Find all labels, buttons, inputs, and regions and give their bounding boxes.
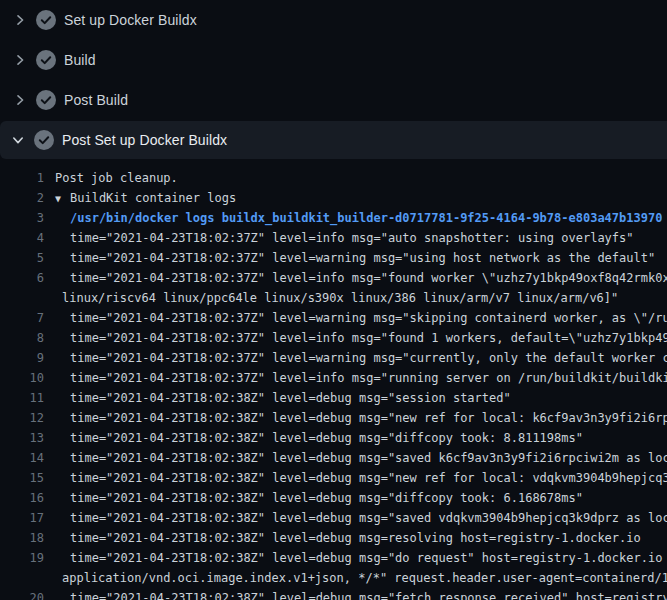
log-text: time="2021-04-23T18:02:37Z" level=warnin… [44, 248, 655, 268]
line-number[interactable]: 14 [0, 448, 44, 468]
log-line: 19 time="2021-04-23T18:02:38Z" level=deb… [0, 548, 667, 568]
check-circle-icon [36, 10, 56, 30]
line-number[interactable]: 8 [0, 328, 44, 348]
step-label: Set up Docker Buildx [64, 12, 197, 28]
log-text: Post job cleanup. [44, 168, 178, 188]
line-number[interactable]: 12 [0, 408, 44, 428]
step-label: Post Set up Docker Buildx [62, 132, 227, 148]
line-number[interactable]: 9 [0, 348, 44, 368]
line-number[interactable] [0, 568, 44, 588]
line-number[interactable]: 3 [0, 208, 44, 228]
check-circle-icon [34, 130, 54, 150]
log-line: 14 time="2021-04-23T18:02:38Z" level=deb… [0, 448, 667, 468]
line-number[interactable]: 17 [0, 508, 44, 528]
check-circle-icon [36, 50, 56, 70]
log-line: 8 time="2021-04-23T18:02:37Z" level=info… [0, 328, 667, 348]
log-line: 18 time="2021-04-23T18:02:38Z" level=deb… [0, 528, 667, 548]
log-line: 10 time="2021-04-23T18:02:37Z" level=inf… [0, 368, 667, 388]
log-line: 13 time="2021-04-23T18:02:38Z" level=deb… [0, 428, 667, 448]
workflow-job-log-panel: Set up Docker Buildx Build Post Build [0, 0, 667, 600]
log-text: linux/riscv64 linux/ppc64le linux/s390x … [44, 288, 618, 308]
log-line: application/vnd.oci.image.index.v1+json,… [0, 568, 667, 588]
log-text: time="2021-04-23T18:02:38Z" level=debug … [44, 548, 667, 568]
line-number[interactable]: 6 [0, 268, 44, 288]
step-label: Build [64, 52, 96, 68]
line-number[interactable]: 4 [0, 228, 44, 248]
log-text: time="2021-04-23T18:02:37Z" level=warnin… [44, 348, 667, 368]
log-text: time="2021-04-23T18:02:37Z" level=info m… [44, 368, 667, 388]
log-text: time="2021-04-23T18:02:38Z" level=debug … [44, 508, 667, 528]
line-number[interactable]: 1 [0, 168, 44, 188]
chevron-right-icon [14, 14, 26, 26]
command-text: /usr/bin/docker logs buildx_buildkit_bui… [44, 208, 662, 228]
log-line: 9 time="2021-04-23T18:02:37Z" level=warn… [0, 348, 667, 368]
log-line: linux/riscv64 linux/ppc64le linux/s390x … [0, 288, 667, 308]
step-row[interactable]: Set up Docker Buildx [0, 0, 667, 40]
log-text: time="2021-04-23T18:02:38Z" level=debug … [44, 448, 667, 468]
log-line: 12 time="2021-04-23T18:02:38Z" level=deb… [0, 408, 667, 428]
chevron-down-icon [12, 134, 24, 146]
log-line: 2 ▼BuildKit container logs [0, 188, 667, 208]
step-label: Post Build [64, 92, 128, 108]
line-number[interactable]: 7 [0, 308, 44, 328]
log-text: time="2021-04-23T18:02:38Z" level=debug … [44, 528, 641, 548]
log-text: time="2021-04-23T18:02:38Z" level=debug … [44, 588, 667, 600]
line-number[interactable]: 15 [0, 468, 44, 488]
log-text: time="2021-04-23T18:02:38Z" level=debug … [44, 388, 511, 408]
log-line: 20 time="2021-04-23T18:02:38Z" level=deb… [0, 588, 667, 600]
line-number[interactable] [0, 288, 44, 308]
line-number[interactable]: 19 [0, 548, 44, 568]
log-line: 5 time="2021-04-23T18:02:37Z" level=warn… [0, 248, 667, 268]
log-text: application/vnd.oci.image.index.v1+json,… [44, 568, 667, 588]
log-text: time="2021-04-23T18:02:37Z" level=warnin… [44, 308, 667, 328]
line-number[interactable]: 16 [0, 488, 44, 508]
log-line: 7 time="2021-04-23T18:02:37Z" level=warn… [0, 308, 667, 328]
log-text: time="2021-04-23T18:02:38Z" level=debug … [44, 488, 583, 508]
group-label: BuildKit container logs [70, 191, 236, 205]
log-line: 4 time="2021-04-23T18:02:37Z" level=info… [0, 228, 667, 248]
chevron-right-icon [14, 94, 26, 106]
log-line: 15 time="2021-04-23T18:02:38Z" level=deb… [0, 468, 667, 488]
log-text: time="2021-04-23T18:02:38Z" level=debug … [44, 408, 667, 428]
log-line: 16 time="2021-04-23T18:02:38Z" level=deb… [0, 488, 667, 508]
log-text: time="2021-04-23T18:02:38Z" level=debug … [44, 428, 583, 448]
line-number[interactable]: 18 [0, 528, 44, 548]
log-text: time="2021-04-23T18:02:37Z" level=info m… [44, 228, 634, 248]
log-line: 3 /usr/bin/docker logs buildx_buildkit_b… [0, 208, 667, 228]
line-number[interactable]: 11 [0, 388, 44, 408]
line-number[interactable]: 5 [0, 248, 44, 268]
log-text: time="2021-04-23T18:02:37Z" level=info m… [44, 268, 667, 288]
chevron-right-icon [14, 54, 26, 66]
log-text: time="2021-04-23T18:02:38Z" level=debug … [44, 468, 667, 488]
line-number[interactable]: 2 [0, 188, 44, 208]
log-line: 17 time="2021-04-23T18:02:38Z" level=deb… [0, 508, 667, 528]
line-number[interactable]: 13 [0, 428, 44, 448]
log-line: 1 Post job cleanup. [0, 168, 667, 188]
line-number[interactable]: 10 [0, 368, 44, 388]
steps-list: Set up Docker Buildx Build Post Build [0, 0, 667, 159]
group-caret-icon: ▼ [55, 189, 70, 208]
step-row[interactable]: Post Build [0, 80, 667, 120]
log-group-toggle[interactable]: ▼BuildKit container logs [44, 188, 236, 208]
log-text: time="2021-04-23T18:02:37Z" level=info m… [44, 328, 667, 348]
step-row-expanded[interactable]: Post Set up Docker Buildx [0, 121, 667, 159]
step-row[interactable]: Build [0, 40, 667, 80]
log-lines: 1 Post job cleanup. 2 ▼BuildKit containe… [0, 160, 667, 600]
line-number[interactable]: 20 [0, 588, 44, 600]
log-line: 11 time="2021-04-23T18:02:38Z" level=deb… [0, 388, 667, 408]
log-line: 6 time="2021-04-23T18:02:37Z" level=info… [0, 268, 667, 288]
check-circle-icon [36, 90, 56, 110]
